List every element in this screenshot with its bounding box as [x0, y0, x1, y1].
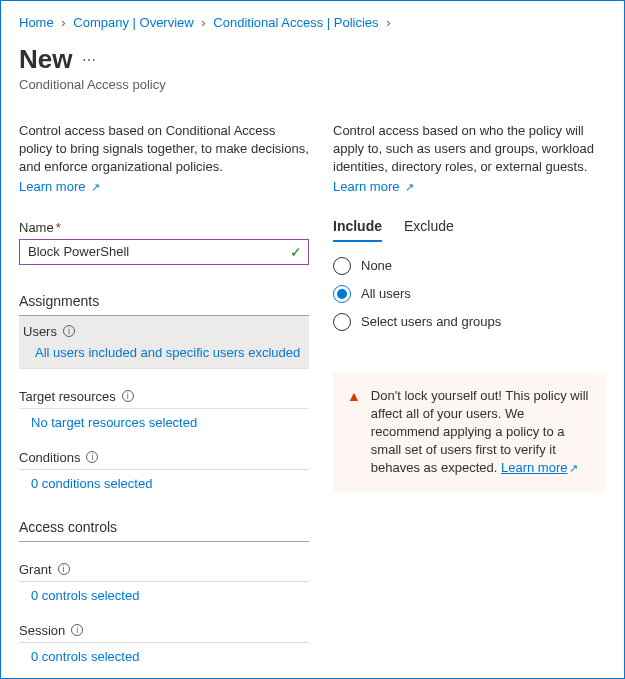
grant-label: Grant	[19, 562, 52, 577]
info-icon[interactable]: i	[86, 451, 98, 463]
required-asterisk-icon: *	[56, 220, 61, 235]
radio-all-users-label: All users	[361, 286, 411, 301]
radio-none[interactable]: None	[333, 257, 606, 275]
info-icon[interactable]: i	[71, 624, 83, 636]
name-input[interactable]	[28, 244, 282, 259]
lockout-warning: ▲ Don't lock yourself out! This policy w…	[333, 373, 606, 492]
conditions-label: Conditions	[19, 450, 80, 465]
page-subtitle: Conditional Access policy	[19, 77, 606, 92]
session-value[interactable]: 0 controls selected	[19, 649, 309, 664]
name-field-label: Name*	[19, 220, 309, 235]
session-label: Session	[19, 623, 65, 638]
external-link-icon: ↗	[91, 181, 100, 194]
users-label: Users	[23, 324, 57, 339]
breadcrumb-item-policies[interactable]: Conditional Access | Policies	[213, 15, 378, 30]
access-controls-header: Access controls	[19, 519, 309, 542]
more-actions-icon[interactable]: ⋯	[82, 52, 96, 68]
learn-more-label: Learn more	[19, 179, 85, 194]
grant-row[interactable]: Grant i	[19, 556, 309, 582]
learn-more-link-right[interactable]: Learn more ↗	[333, 179, 414, 194]
radio-icon	[333, 285, 351, 303]
name-input-wrap[interactable]: ✓	[19, 239, 309, 265]
conditions-value[interactable]: 0 conditions selected	[19, 476, 309, 491]
include-exclude-tabs: Include Exclude	[333, 218, 606, 243]
radio-all-users[interactable]: All users	[333, 285, 606, 303]
tab-exclude[interactable]: Exclude	[404, 218, 454, 242]
external-link-icon: ↗	[569, 461, 578, 476]
users-value[interactable]: All users included and specific users ex…	[23, 345, 303, 360]
check-icon: ✓	[290, 244, 302, 260]
breadcrumb-item-home[interactable]: Home	[19, 15, 54, 30]
radio-select-users-label: Select users and groups	[361, 314, 501, 329]
breadcrumb: Home › Company | Overview › Conditional …	[19, 15, 606, 30]
radio-icon	[333, 313, 351, 331]
grant-value[interactable]: 0 controls selected	[19, 588, 309, 603]
target-resources-value[interactable]: No target resources selected	[19, 415, 309, 430]
users-row[interactable]: Users i All users included and specific …	[19, 316, 309, 369]
info-icon[interactable]: i	[58, 563, 70, 575]
target-resources-label: Target resources	[19, 389, 116, 404]
chevron-right-icon: ›	[386, 15, 390, 30]
right-intro-text: Control access based on who the policy w…	[333, 122, 606, 177]
conditions-row[interactable]: Conditions i	[19, 444, 309, 470]
warning-icon: ▲	[347, 387, 361, 478]
radio-select-users[interactable]: Select users and groups	[333, 313, 606, 331]
learn-more-link-left[interactable]: Learn more ↗	[19, 179, 100, 194]
radio-icon	[333, 257, 351, 275]
session-row[interactable]: Session i	[19, 617, 309, 643]
left-intro-text: Control access based on Conditional Acce…	[19, 122, 309, 177]
breadcrumb-item-company[interactable]: Company | Overview	[73, 15, 193, 30]
info-icon[interactable]: i	[63, 325, 75, 337]
assignments-header: Assignments	[19, 293, 309, 316]
learn-more-label: Learn more	[333, 179, 399, 194]
tab-include[interactable]: Include	[333, 218, 382, 242]
warning-learn-more-link[interactable]: Learn more↗	[501, 460, 578, 475]
chevron-right-icon: ›	[201, 15, 205, 30]
external-link-icon: ↗	[405, 181, 414, 194]
radio-none-label: None	[361, 258, 392, 273]
target-resources-row[interactable]: Target resources i	[19, 383, 309, 409]
info-icon[interactable]: i	[122, 390, 134, 402]
chevron-right-icon: ›	[61, 15, 65, 30]
user-scope-radio-group: None All users Select users and groups	[333, 257, 606, 331]
page-title: New	[19, 44, 72, 75]
